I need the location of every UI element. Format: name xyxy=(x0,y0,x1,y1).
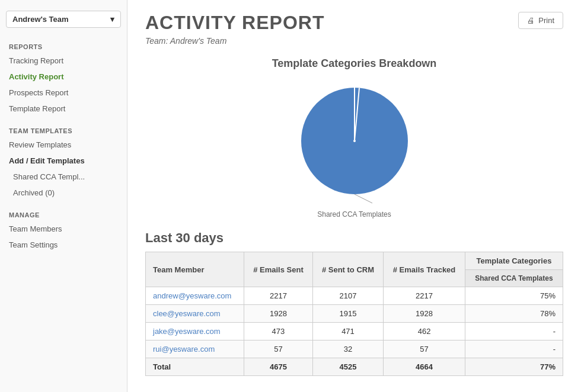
chart-title: Template Categories Breakdown xyxy=(145,57,563,70)
col-team-member: Team Member xyxy=(146,252,244,287)
total-template-pct: 77% xyxy=(465,358,563,376)
template-pct-val: 78% xyxy=(465,305,563,323)
member-email[interactable]: rui@yesware.com xyxy=(146,340,244,358)
activity-table: Team Member # Emails Sent # Sent to CRM … xyxy=(145,252,563,376)
main-content: ACTIVITY REPORT Team: Andrew's Team 🖨 Pr… xyxy=(127,0,581,392)
total-row: Total 4675 4525 4664 77% xyxy=(146,358,563,376)
sent-crm-val: 32 xyxy=(312,340,383,358)
col-emails-sent: # Emails Sent xyxy=(244,252,313,287)
table-row: clee@yesware.com 1928 1915 1928 78% xyxy=(146,305,563,323)
print-button[interactable]: 🖨 Print xyxy=(518,12,563,29)
sidebar-item-archived[interactable]: Archived (0) xyxy=(0,185,127,201)
col-emails-tracked: # Emails Tracked xyxy=(384,252,465,287)
total-emails-tracked: 4664 xyxy=(384,358,465,376)
pie-chart xyxy=(289,76,420,206)
emails-sent-val: 1928 xyxy=(244,305,313,323)
table-section: Last 30 days Team Member # Emails Sent #… xyxy=(145,230,563,376)
table-row: andrew@yesware.com 2217 2107 2217 75% xyxy=(146,287,563,305)
sidebar-item-shared-cca[interactable]: Shared CCA Templ... xyxy=(0,169,127,185)
emails-tracked-val: 57 xyxy=(384,340,465,358)
chart-label: Shared CCA Templates xyxy=(145,210,563,219)
chevron-down-icon: ▾ xyxy=(110,15,114,24)
emails-tracked-val: 2217 xyxy=(384,287,465,305)
template-pct-val: - xyxy=(465,323,563,340)
emails-sent-val: 57 xyxy=(244,340,313,358)
template-pct-val: 75% xyxy=(465,287,563,305)
print-label: Print xyxy=(538,16,554,25)
sidebar-item-add-edit-templates[interactable]: Add / Edit Templates xyxy=(0,153,127,169)
team-name: Andrew's Team xyxy=(12,15,69,24)
manage-section-label: MANAGE xyxy=(0,207,127,221)
sidebar-item-review-templates[interactable]: Review Templates xyxy=(0,137,127,153)
col-template-categories: Template Categories xyxy=(465,252,563,270)
emails-sent-val: 473 xyxy=(244,323,313,340)
reports-section-label: REPORTS xyxy=(0,38,127,53)
sent-crm-val: 2107 xyxy=(312,287,383,305)
svg-line-4 xyxy=(355,194,372,203)
total-sent-crm: 4525 xyxy=(312,358,383,376)
member-email[interactable]: andrew@yesware.com xyxy=(146,287,244,305)
sidebar: Andrew's Team ▾ REPORTS Tracking Report … xyxy=(0,0,127,392)
emails-tracked-val: 462 xyxy=(384,323,465,340)
sidebar-item-template-report[interactable]: Template Report xyxy=(0,101,127,117)
col-sent-crm: # Sent to CRM xyxy=(312,252,383,287)
title-block: ACTIVITY REPORT Team: Andrew's Team xyxy=(145,12,324,46)
total-label: Total xyxy=(146,358,244,376)
sent-crm-val: 1915 xyxy=(312,305,383,323)
svg-point-3 xyxy=(353,140,356,142)
emails-sent-val: 2217 xyxy=(244,287,313,305)
sidebar-item-activity-report[interactable]: Activity Report xyxy=(0,69,127,85)
chart-section: Template Categories Breakdown Shared CCA… xyxy=(145,57,563,219)
sidebar-item-tracking-report[interactable]: Tracking Report xyxy=(0,53,127,69)
emails-tracked-val: 1928 xyxy=(384,305,465,323)
period-label: Last 30 days xyxy=(145,230,563,246)
sidebar-item-prospects-report[interactable]: Prospects Report xyxy=(0,85,127,101)
template-pct-val: - xyxy=(465,340,563,358)
sent-crm-val: 471 xyxy=(312,323,383,340)
table-header-row: Team Member # Emails Sent # Sent to CRM … xyxy=(146,252,563,270)
page-title: ACTIVITY REPORT xyxy=(145,12,324,34)
col-shared-cca: Shared CCA Templates xyxy=(465,270,563,287)
table-row: jake@yesware.com 473 471 462 - xyxy=(146,323,563,340)
member-email[interactable]: jake@yesware.com xyxy=(146,323,244,340)
sidebar-item-team-members[interactable]: Team Members xyxy=(0,221,127,237)
header-row: ACTIVITY REPORT Team: Andrew's Team 🖨 Pr… xyxy=(145,12,563,46)
member-email[interactable]: clee@yesware.com xyxy=(146,305,244,323)
table-row: rui@yesware.com 57 32 57 - xyxy=(146,340,563,358)
team-templates-section-label: TEAM TEMPLATES xyxy=(0,123,127,137)
team-dropdown[interactable]: Andrew's Team ▾ xyxy=(6,11,121,28)
print-icon: 🖨 xyxy=(527,16,535,25)
page-subtitle: Team: Andrew's Team xyxy=(145,36,324,46)
sidebar-item-team-settings[interactable]: Team Settings xyxy=(0,237,127,253)
total-emails-sent: 4675 xyxy=(244,358,313,376)
